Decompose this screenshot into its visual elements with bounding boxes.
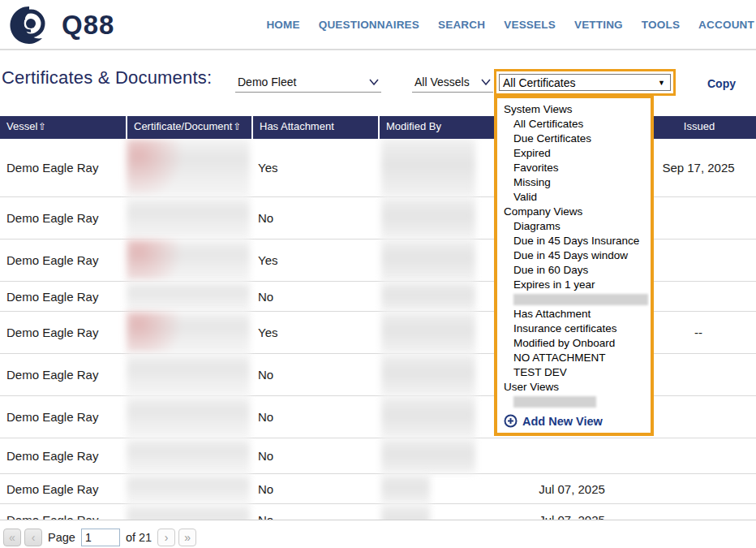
- vessels-select[interactable]: All Vessels: [412, 73, 493, 93]
- view-option-due-in-45-days-insurance[interactable]: Due in 45 Days Insurance: [501, 234, 651, 248]
- vessel-cell: Demo Eagle Ray: [0, 504, 126, 520]
- modified-by-cell-redacted: [381, 312, 475, 353]
- certificate-cell-redacted: [127, 239, 250, 281]
- view-option-due-certificates[interactable]: Due Certificates: [501, 132, 651, 146]
- sort-ascending-icon: ⇧: [38, 121, 46, 132]
- view-option-due-in-45-days-window[interactable]: Due in 45 Days window: [501, 248, 651, 263]
- issued-cell: --: [641, 312, 756, 353]
- nav-vessels[interactable]: VESSELS: [504, 19, 556, 31]
- vessels-select-value: All Vessels: [415, 76, 470, 88]
- views-select-value: All Certificates: [503, 76, 575, 89]
- has-attachment-cell: No: [251, 197, 378, 239]
- views-select[interactable]: All Certificates ▼: [499, 74, 671, 91]
- vessel-cell: Demo Eagle Ray: [0, 354, 126, 395]
- certificate-cell-redacted: [127, 354, 250, 395]
- nav-tools[interactable]: TOOLS: [642, 19, 680, 31]
- plus-circle-icon: [504, 414, 518, 428]
- has-attachment-cell: No: [251, 504, 378, 520]
- nav-account[interactable]: ACCOUNT: [698, 19, 754, 31]
- view-option-expired[interactable]: Expired: [501, 146, 651, 161]
- view-option-no-attachment[interactable]: NO ATTACHMENT: [501, 351, 651, 365]
- certificate-cell-redacted: [127, 312, 250, 353]
- brand-name: Q88: [62, 10, 114, 41]
- certificate-cell-redacted: [127, 438, 250, 473]
- vessel-cell: Demo Eagle Ray: [0, 312, 126, 353]
- has-attachment-cell: Yes: [251, 239, 378, 281]
- table-row[interactable]: Demo Eagle RayNoJul 07, 2025: [0, 504, 756, 520]
- view-group-company-views: Company Views: [501, 205, 651, 219]
- modified-by-cell-redacted: [381, 354, 475, 395]
- view-group-user-views: User Views: [501, 380, 651, 395]
- certificate-cell-redacted: [127, 197, 250, 239]
- nav-search[interactable]: SEARCH: [438, 19, 485, 31]
- next-page-button[interactable]: ›: [157, 529, 175, 546]
- vessel-cell: Demo Eagle Ray: [0, 474, 126, 503]
- certificate-cell-redacted: [127, 474, 250, 503]
- fleet-select-value: Demo Fleet: [238, 76, 296, 88]
- has-attachment-cell: Yes: [251, 312, 378, 353]
- issued-cell: Sep 17, 2025: [641, 139, 756, 196]
- nav-home[interactable]: HOME: [266, 19, 299, 31]
- column-header-issued[interactable]: Issued: [641, 116, 756, 139]
- vessel-cell: Demo Eagle Ray: [0, 396, 126, 438]
- table-row[interactable]: Demo Eagle RayNoJul 07, 2025: [0, 474, 756, 504]
- certificate-cell-redacted: [127, 396, 250, 438]
- view-option-missing[interactable]: Missing: [501, 175, 651, 190]
- modified-by-cell-redacted: [381, 239, 475, 281]
- views-dropdown-panel: System ViewsAll CertificatesDue Certific…: [494, 95, 654, 436]
- modified-by-cell-redacted: [381, 438, 475, 473]
- view-option-due-in-60-days[interactable]: Due in 60 Days: [501, 263, 651, 278]
- sort-ascending-icon: ⇧: [233, 121, 241, 132]
- has-attachment-cell: No: [251, 396, 378, 438]
- table-row[interactable]: Demo Eagle RayNo: [0, 438, 756, 474]
- certificate-cell-redacted: [127, 282, 250, 311]
- main-nav: HOMEQUESTIONNAIRESSEARCHVESSELSVETTINGTO…: [266, 19, 754, 31]
- fleet-select[interactable]: Demo Fleet: [235, 73, 381, 93]
- view-option-test-dev[interactable]: TEST DEV: [501, 365, 651, 380]
- view-option-insurance-certificates[interactable]: Insurance certificates: [501, 321, 651, 336]
- column-header-certificate-document[interactable]: Certificate/Document⇧: [126, 116, 251, 139]
- has-attachment-cell: Yes: [251, 139, 378, 196]
- vessel-cell: Demo Eagle Ray: [0, 197, 126, 239]
- vessel-cell: Demo Eagle Ray: [0, 139, 126, 196]
- view-option-expires-in-1-year[interactable]: Expires in 1 year: [501, 278, 651, 292]
- certificate-cell-redacted: [127, 504, 250, 520]
- add-new-view-label: Add New View: [522, 415, 603, 428]
- dropdown-arrow-icon: ▼: [658, 79, 665, 87]
- has-attachment-cell: No: [251, 438, 378, 473]
- vessel-cell: Demo Eagle Ray: [0, 282, 126, 311]
- nav-vetting[interactable]: VETTING: [574, 19, 623, 31]
- previous-page-button[interactable]: ‹: [24, 529, 42, 546]
- column-header-has-attachment[interactable]: Has Attachment: [251, 116, 378, 139]
- view-option-modified-by-onboard[interactable]: Modified by Onboard: [501, 336, 651, 351]
- view-option-redacted[interactable]: [513, 294, 648, 305]
- pagination-bar: « ‹ Page of 21 › »: [3, 527, 196, 548]
- add-new-view-button[interactable]: Add New View: [501, 414, 651, 428]
- q88-brand[interactable]: Q88: [8, 4, 114, 46]
- view-group-system-views: System Views: [501, 102, 651, 117]
- view-option-has-attachment[interactable]: Has Attachment: [501, 307, 651, 321]
- nav-questionnaires[interactable]: QUESTIONNAIRES: [319, 19, 419, 31]
- column-header-modified-by[interactable]: Modified By: [378, 116, 503, 139]
- has-attachment-cell: No: [251, 474, 378, 503]
- view-option-diagrams[interactable]: Diagrams: [501, 219, 651, 234]
- copy-button[interactable]: Copy: [707, 77, 736, 90]
- view-option-redacted[interactable]: [513, 396, 596, 408]
- view-option-all-certificates[interactable]: All Certificates: [501, 117, 651, 132]
- vessel-cell: Demo Eagle Ray: [0, 438, 126, 473]
- q88-logo-icon: [8, 4, 50, 46]
- has-attachment-cell: No: [251, 282, 378, 311]
- view-option-valid[interactable]: Valid: [501, 190, 651, 205]
- chevron-down-icon: [369, 79, 379, 85]
- column-header-vessel[interactable]: Vessel⇧: [0, 116, 126, 139]
- certificate-cell-redacted: [127, 139, 250, 196]
- first-page-button[interactable]: «: [3, 529, 21, 546]
- has-attachment-cell: No: [251, 354, 378, 395]
- view-option-favorites[interactable]: Favorites: [501, 161, 651, 175]
- page-label: Page: [48, 531, 75, 544]
- last-page-button[interactable]: »: [178, 529, 196, 546]
- certificates-documents-page: Q88 HOMEQUESTIONNAIRESSEARCHVESSELSVETTI…: [0, 0, 756, 548]
- page-number-input[interactable]: [81, 529, 120, 546]
- date-cell: Jul 07, 2025: [503, 504, 641, 520]
- date-cell: Jul 07, 2025: [503, 474, 641, 503]
